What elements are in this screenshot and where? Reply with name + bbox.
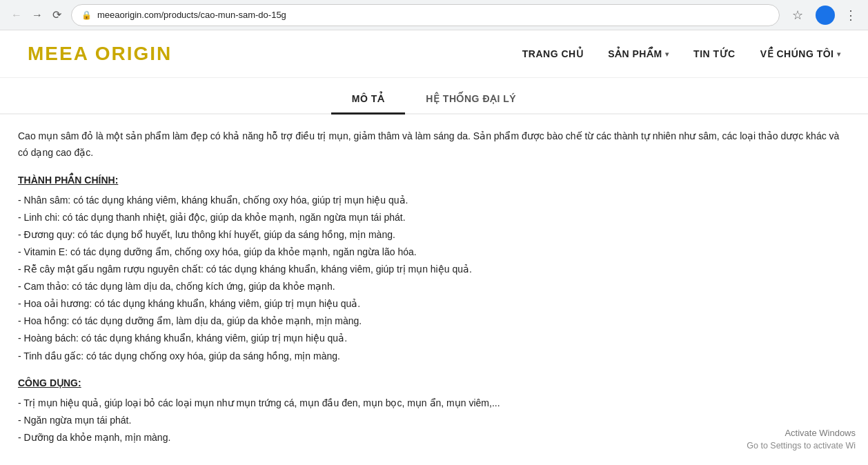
tabs-bar: MÔ TẢ HỆ THỐNG ĐẠI LÝ (0, 78, 868, 115)
list-item: - Rễ cây mật gấu ngâm rượu nguyên chất: … (18, 261, 850, 277)
chevron-down-icon: ▾ (665, 50, 669, 58)
site-header: MEEA ORIGIN TRANG CHỦ SẢN PHẨM ▾ TIN TỨC… (0, 30, 868, 78)
list-item: - Linh chi: có tác dụng thanh nhiệt, giả… (18, 210, 850, 226)
list-item: - Nhân sâm: có tác dụng kháng viêm, khán… (18, 192, 850, 208)
nav-trang-chu[interactable]: TRANG CHỦ (522, 48, 583, 59)
site-logo: MEEA ORIGIN (28, 43, 172, 65)
list-item: - Tinh dầu gấc: có tác dụng chống oxy hó… (18, 348, 850, 364)
nav-buttons: ← → ⟳ (8, 6, 64, 24)
list-item: - Hoa oải hương: có tác dụng kháng khuẩn… (18, 296, 850, 312)
ingredients-list: - Nhân sâm: có tác dụng kháng viêm, khán… (18, 192, 850, 364)
list-item: - Ngăn ngừa mụn tái phát. (18, 413, 850, 428)
ingredients-heading: THÀNH PHẦN CHÍNH: (18, 172, 850, 188)
url-input[interactable] (97, 10, 769, 20)
site-nav: TRANG CHỦ SẢN PHẨM ▾ TIN TỨC VỀ CHÚNG TÔ… (522, 48, 840, 59)
list-item: - Vitamin E: có tác dụng dưỡng ẩm, chống… (18, 244, 850, 260)
nav-san-pham[interactable]: SẢN PHẨM ▾ (608, 48, 669, 59)
list-item: - Dưỡng da khỏe mạnh, mịn màng. (18, 430, 850, 446)
reload-button[interactable]: ⟳ (50, 6, 64, 24)
forward-button[interactable]: → (29, 6, 46, 24)
list-item: - Đương quy: có tác dụng bổ huyết, lưu t… (18, 227, 850, 243)
chevron-down-icon-2: ▾ (837, 50, 841, 58)
address-bar[interactable]: 🔒 (71, 4, 780, 26)
profile-button[interactable] (816, 6, 835, 25)
bookmark-button[interactable]: ☆ (787, 5, 809, 26)
browser-chrome: ← → ⟳ 🔒 ☆ ⋮ (0, 0, 868, 30)
intro-paragraph: Cao mụn sâm đỏ là một sản phẩm làm đẹp c… (18, 128, 850, 161)
usage-list: - Trị mụn hiệu quả, giúp loại bỏ các loạ… (18, 395, 850, 446)
usage-heading: CÔNG DỤNG: (18, 375, 850, 391)
nav-tin-tuc[interactable]: TIN TỨC (693, 48, 736, 59)
browser-menu-button[interactable]: ⋮ (842, 5, 860, 26)
list-item: - Trị mụn hiệu quả, giúp loại bỏ các loạ… (18, 395, 850, 411)
main-content: Cao mụn sâm đỏ là một sản phẩm làm đẹp c… (0, 115, 868, 461)
nav-ve-chung-toi[interactable]: VỀ CHÚNG TÔI ▾ (760, 48, 840, 59)
back-button[interactable]: ← (8, 6, 25, 24)
tab-mo-ta[interactable]: MÔ TẢ (331, 85, 406, 115)
security-icon: 🔒 (81, 10, 92, 20)
list-item: - Hoàng bách: có tác dụng kháng khuẩn, k… (18, 330, 850, 346)
list-item: - Cam thảo: có tác dụng làm dịu da, chốn… (18, 279, 850, 295)
tab-he-thong-dai-ly[interactable]: HỆ THỐNG ĐẠI LÝ (405, 85, 537, 115)
list-item: - Hoa hồng: có tác dụng dưỡng ẩm, làm dị… (18, 313, 850, 329)
